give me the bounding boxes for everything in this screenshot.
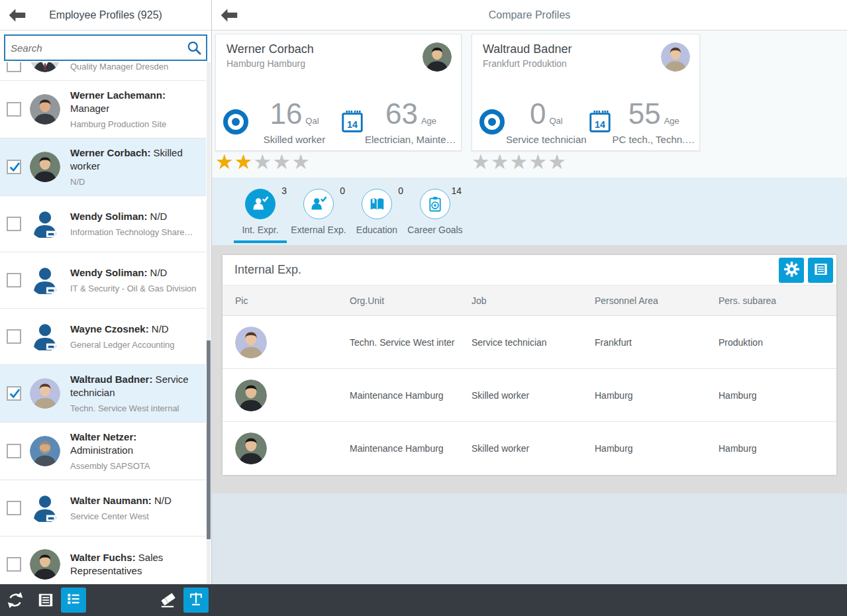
employee-checkbox[interactable] — [7, 217, 21, 231]
star-empty-icon[interactable]: ★ — [528, 150, 548, 174]
employee-name-role: Werner Lachemann: Manager — [70, 89, 197, 115]
profile-stats: 16Qal Skilled worker 14 63Age Electricia… — [223, 99, 457, 145]
star-empty-icon[interactable]: ★ — [491, 150, 510, 174]
person-placeholder-icon — [30, 321, 60, 352]
eraser-icon[interactable] — [158, 590, 177, 610]
star-empty-icon[interactable]: ★ — [472, 150, 491, 174]
employee-text: Wayne Czosnek: N/DGeneral Ledger Account… — [70, 323, 197, 350]
person-placeholder-icon — [30, 493, 60, 523]
star-filled-icon[interactable]: ★ — [234, 150, 254, 174]
panel-actions — [779, 258, 833, 283]
employee-list-item[interactable]: Quality Manager Dresden — [0, 62, 206, 81]
refresh-icon[interactable] — [5, 590, 25, 610]
clipboard-target-icon — [420, 189, 450, 219]
list-view-icon — [64, 590, 83, 611]
employee-list-item[interactable]: Walter Netzer: AdministrationAssembly SA… — [0, 423, 206, 480]
employee-list-item[interactable]: Werner Lachemann: ManagerHamburg Product… — [0, 81, 206, 138]
age-count: 63 — [385, 97, 418, 130]
avatar — [423, 42, 452, 72]
employee-checkbox[interactable] — [7, 273, 21, 287]
sidebar: Employee Profiles (925) Quality Manager … — [0, 0, 212, 584]
employee-text: Wendy Soliman: N/DIT & Security - Oil & … — [70, 266, 197, 294]
employee-list-item[interactable]: Waltraud Badner: Service technicianTechn… — [0, 365, 206, 423]
employee-list-item[interactable]: Walter Fuchs: Sales Representatives — [0, 537, 206, 584]
tab-education[interactable]: 0Education — [348, 178, 406, 245]
list-view-button[interactable] — [61, 588, 86, 613]
employee-checkbox[interactable] — [7, 444, 21, 458]
employee-text: Quality Manager Dresden — [70, 62, 197, 72]
back-icon[interactable] — [8, 7, 26, 23]
profile-name: Waltraud Badner — [483, 42, 689, 56]
star-empty-icon[interactable]: ★ — [548, 150, 567, 174]
employee-list-item[interactable]: Wendy Soliman: N/DIT & Security - Oil & … — [0, 252, 206, 309]
table-header-row: PicOrg.UnitJobPersonnel AreaPers. subare… — [223, 285, 836, 316]
tab-external-exp[interactable]: 0External Exp. — [289, 178, 348, 245]
profile-stats: 0Qal Service technician 14 55Age PC tech… — [479, 99, 695, 145]
employee-text: Werner Lachemann: ManagerHamburg Product… — [70, 89, 197, 130]
employee-text: Waltraud Badner: Service technicianTechn… — [70, 373, 197, 414]
row-photo — [235, 380, 267, 411]
tab-content: Internal Exp. P — [212, 245, 847, 493]
age-unit: Age — [664, 116, 679, 126]
page-header: Compare Profiles — [212, 0, 847, 30]
footer-toolbar — [0, 584, 847, 616]
pers-subarea-cell: Produktion — [706, 337, 836, 348]
panel-header: Internal Exp. — [223, 255, 836, 285]
search-input[interactable] — [5, 42, 182, 54]
compare-profiles-page: Compare Profiles Werner Corbach Hamburg … — [212, 0, 847, 584]
settings-button[interactable] — [779, 258, 804, 283]
compare-button[interactable] — [183, 588, 209, 613]
star-filled-icon[interactable]: ★ — [215, 150, 234, 174]
pic-cell — [223, 433, 337, 464]
employee-list-item[interactable]: Walter Naumann: N/DService Center West — [0, 480, 206, 537]
employee-subtitle: IT & Security - Oil & Gas Division — [70, 283, 197, 294]
scrollbar-thumb[interactable] — [207, 340, 211, 539]
pers-subarea-cell: Hamburg — [706, 390, 836, 401]
employee-checkbox-checked[interactable] — [7, 386, 21, 401]
row-photo — [235, 433, 267, 464]
qualification-count: 16 — [270, 97, 302, 130]
tab-label: External Exp. — [289, 225, 348, 235]
employee-name-role: Wendy Soliman: N/D — [70, 210, 197, 223]
table-row[interactable]: Maintenance HamburgSkilled workerHamburg… — [223, 422, 836, 475]
table-view-icon[interactable] — [36, 590, 56, 610]
employee-subtitle: Techn. Service West internal — [70, 403, 197, 414]
star-empty-icon[interactable]: ★ — [272, 150, 291, 174]
employee-list: Quality Manager DresdenWerner Lachemann:… — [0, 62, 206, 584]
table-row[interactable]: Maintenance HamburgSkilled workerHamburg… — [223, 369, 836, 422]
employee-name-role: Werner Corbach: Skilled worker — [70, 146, 197, 173]
profile-card[interactable]: Waltraud Badner Frankfurt Produktion 0Qa… — [472, 34, 700, 151]
table-row[interactable]: Techn. Service West interService technic… — [223, 316, 836, 369]
person-check-icon — [303, 189, 334, 219]
tab-count-badge: 14 — [451, 185, 462, 196]
employee-checkbox[interactable] — [7, 102, 21, 117]
org-unit-cell: Maintenance Hamburg — [337, 443, 459, 454]
page-title: Compare Profiles — [212, 0, 847, 30]
search-icon[interactable] — [182, 39, 206, 56]
search-box — [4, 34, 207, 61]
employee-checkbox[interactable] — [7, 62, 21, 72]
employee-checkbox[interactable] — [7, 329, 21, 344]
profile-card[interactable]: Werner Corbach Hamburg Hamburg 16Qal Ski… — [215, 34, 462, 151]
star-empty-icon[interactable]: ★ — [291, 150, 311, 174]
org-unit-cell: Techn. Service West inter — [337, 337, 459, 348]
target-icon — [479, 109, 505, 135]
employee-checkbox[interactable] — [7, 501, 21, 515]
star-empty-icon[interactable]: ★ — [510, 150, 529, 174]
column-header: Pers. subarea — [706, 295, 836, 306]
employee-checkbox-checked[interactable] — [7, 160, 21, 174]
employee-list-item[interactable]: Wendy Soliman: N/DInformation Technology… — [0, 196, 206, 252]
employee-list-item[interactable]: Werner Corbach: Skilled workerN/D — [0, 138, 206, 196]
star-empty-icon[interactable]: ★ — [254, 150, 273, 174]
employee-checkbox[interactable] — [7, 557, 21, 572]
calendar-icon: 14 — [340, 109, 365, 134]
tab-int-expr[interactable]: 3Int. Expr. — [231, 178, 289, 245]
back-icon[interactable] — [220, 7, 238, 23]
profile-location: Hamburg Hamburg — [226, 58, 450, 69]
tab-label: Education — [348, 225, 406, 235]
table-view-button[interactable] — [808, 258, 833, 283]
calendar-day: 14 — [347, 119, 358, 130]
tab-career-goals[interactable]: 14Career Goals — [406, 178, 464, 245]
sidebar-scrollbar[interactable] — [207, 62, 211, 584]
employee-list-item[interactable]: Wayne Czosnek: N/DGeneral Ledger Account… — [0, 309, 206, 365]
